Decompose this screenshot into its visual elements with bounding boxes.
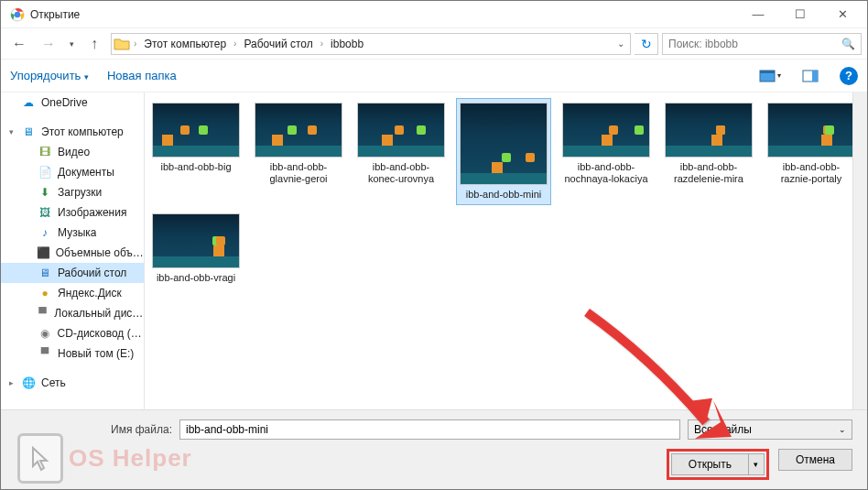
- file-thumbnail: [152, 213, 240, 268]
- tree-item[interactable]: ▀Новый том (E:): [1, 343, 144, 364]
- open-button[interactable]: Открыть: [671, 453, 748, 475]
- tree-item[interactable]: 🎞Видео: [1, 142, 144, 162]
- file-item[interactable]: ibb-and-obb-nochnaya-lokaciya: [559, 98, 654, 205]
- cancel-button[interactable]: Отмена: [778, 449, 852, 471]
- file-label: ibb-and-obb-nochnaya-lokaciya: [563, 161, 649, 185]
- forward-button[interactable]: →: [36, 33, 61, 55]
- tree-item-label: Объемные объекты: [56, 246, 144, 259]
- new-folder-button[interactable]: Новая папка: [107, 69, 177, 82]
- tree-item-label: Яндекс.Диск: [58, 287, 122, 299]
- path-dropdown-button[interactable]: ⌄: [613, 38, 628, 49]
- bottom-bar: Имя файла: Все файлы ⌄ Открыть ▾ Отмена …: [1, 409, 867, 489]
- tree-item[interactable]: ▾🖥Этот компьютер: [1, 122, 144, 142]
- recent-locations-button[interactable]: ▾: [65, 39, 78, 49]
- tree-item-icon: ●: [38, 286, 52, 300]
- tree-item-icon: 🖼: [38, 205, 52, 220]
- file-grid[interactable]: ibb-and-obb-bigibb-and-obb-glavnie-geroi…: [145, 93, 867, 426]
- toolbar: Упорядочить ▾ Новая папка ▾ ?: [1, 60, 867, 93]
- file-item[interactable]: ibb-and-obb-glavnie-geroi: [251, 98, 346, 205]
- file-item[interactable]: ibb-and-obb-vragi: [148, 209, 244, 289]
- chevron-right-icon: ›: [319, 38, 325, 49]
- file-thumbnail: [255, 103, 342, 158]
- tree-item[interactable]: ◉CD-дисковод (D:): [1, 323, 144, 343]
- help-button[interactable]: ?: [840, 67, 858, 85]
- breadcrumb-segment[interactable]: Рабочий стол: [240, 38, 316, 50]
- back-button[interactable]: ←: [6, 33, 32, 55]
- svg-rect-3: [760, 71, 775, 73]
- tree-item[interactable]: ♪Музыка: [1, 223, 144, 243]
- tree-item-label: Документы: [58, 166, 114, 179]
- file-label: ibb-and-obb-konec-urovnya: [358, 161, 444, 185]
- tree-item-icon: ▀: [37, 306, 49, 321]
- up-button[interactable]: ↑: [81, 33, 107, 55]
- open-dropdown-button[interactable]: ▾: [748, 453, 765, 475]
- file-item[interactable]: ibb-and-obb-konec-urovnya: [353, 98, 449, 205]
- tree-item-label: Новый том (E:): [58, 347, 134, 360]
- filename-input[interactable]: [179, 419, 680, 440]
- svg-rect-5: [812, 71, 818, 82]
- breadcrumb-segment[interactable]: ibbobb: [327, 38, 367, 50]
- file-thumbnail: [767, 103, 855, 158]
- filename-label: Имя файла:: [16, 423, 172, 436]
- tree-item-label: Видео: [58, 146, 90, 158]
- chevron-down-icon: ⌄: [839, 425, 846, 434]
- search-icon: 🔍: [841, 38, 855, 50]
- chevron-right-icon: ›: [132, 38, 138, 49]
- tree-item-label: Рабочий стол: [58, 267, 126, 279]
- tree-item-label: Изображения: [58, 206, 126, 219]
- breadcrumb[interactable]: › Этот компьютер › Рабочий стол › ibbobb…: [111, 33, 631, 55]
- file-item[interactable]: ibb-and-obb-razdelenie-mira: [661, 98, 756, 205]
- tree-item-icon: ⬇: [38, 185, 52, 200]
- search-placeholder: Поиск: ibbobb: [668, 38, 738, 50]
- open-button-highlight: Открыть ▾: [667, 449, 769, 480]
- address-bar: ← → ▾ ↑ › Этот компьютер › Рабочий стол …: [1, 28, 867, 60]
- sidebar-tree[interactable]: ☁OneDrive▾🖥Этот компьютер🎞Видео📄Документ…: [1, 93, 145, 426]
- tree-item[interactable]: 🖼Изображения: [1, 202, 144, 223]
- maximize-button[interactable]: ☐: [779, 1, 821, 28]
- tree-item-icon: 🖥: [21, 125, 36, 139]
- file-label: ibb-and-obb-glavnie-geroi: [255, 161, 342, 185]
- preview-pane-button[interactable]: [799, 65, 821, 87]
- chevron-right-icon: ›: [232, 38, 238, 49]
- tree-item[interactable]: ⬇Загрузки: [1, 182, 144, 202]
- file-item[interactable]: ibb-and-obb-mini: [456, 98, 551, 205]
- file-thumbnail: [665, 103, 753, 158]
- close-button[interactable]: ✕: [821, 1, 863, 28]
- view-options-button[interactable]: ▾: [759, 65, 781, 87]
- tree-item-icon: 📄: [38, 165, 52, 180]
- tree-twisty-icon: ▸: [6, 378, 16, 387]
- tree-item-icon: 🖥: [38, 266, 52, 280]
- tree-item-label: Музыка: [58, 226, 96, 239]
- tree-item[interactable]: ●Яндекс.Диск: [1, 283, 144, 303]
- file-thumbnail: [460, 103, 548, 185]
- tree-item[interactable]: ▸🌐Сеть: [1, 373, 144, 393]
- tree-item-icon: ◉: [38, 326, 52, 341]
- folder-icon: [114, 36, 130, 52]
- window-title: Открытие: [30, 8, 737, 21]
- file-type-filter[interactable]: Все файлы ⌄: [688, 419, 852, 440]
- refresh-button[interactable]: ↻: [635, 33, 658, 55]
- file-label: ibb-and-obb-raznie-portaly: [768, 161, 854, 185]
- search-input[interactable]: Поиск: ibbobb 🔍: [662, 33, 862, 55]
- tree-item[interactable]: ▀Локальный диск (C:): [1, 303, 144, 323]
- tree-item[interactable]: ☁OneDrive: [1, 93, 144, 113]
- file-thumbnail: [152, 103, 240, 158]
- file-item[interactable]: ibb-and-obb-big: [148, 98, 244, 205]
- file-label: ibb-and-obb-vragi: [157, 272, 235, 284]
- tree-item-label: CD-дисковод (D:): [58, 327, 144, 340]
- minimize-button[interactable]: —: [737, 1, 779, 28]
- tree-item[interactable]: ⬛Объемные объекты: [1, 243, 144, 263]
- file-label: ibb-and-obb-razdelenie-mira: [666, 161, 752, 185]
- file-thumbnail: [562, 103, 650, 158]
- tree-item-icon: ♪: [38, 225, 52, 240]
- tree-item[interactable]: 🖥Рабочий стол: [1, 263, 144, 283]
- tree-item-icon: 🎞: [38, 145, 52, 159]
- main-area: ☁OneDrive▾🖥Этот компьютер🎞Видео📄Документ…: [1, 93, 867, 426]
- file-item[interactable]: ibb-and-obb-raznie-portaly: [764, 98, 859, 205]
- breadcrumb-segment[interactable]: Этот компьютер: [140, 38, 230, 50]
- scrollbar[interactable]: [852, 93, 867, 426]
- tree-item-icon: 🌐: [21, 376, 36, 390]
- file-label: ibb-and-obb-big: [160, 161, 231, 173]
- organize-button[interactable]: Упорядочить ▾: [10, 69, 89, 82]
- tree-item[interactable]: 📄Документы: [1, 162, 144, 182]
